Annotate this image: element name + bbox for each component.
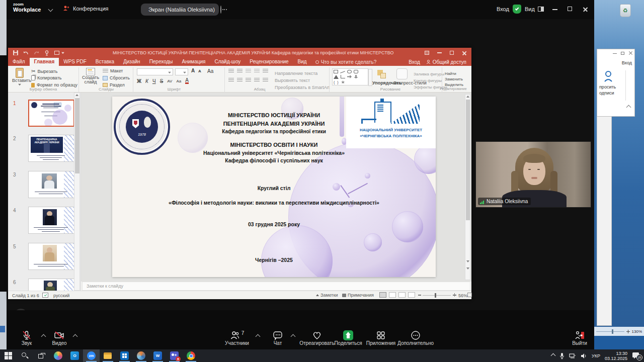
tab-design[interactable]: Дизайн xyxy=(119,58,145,66)
window-close-icon[interactable] xyxy=(583,7,588,12)
comments-toggle[interactable]: Примечания xyxy=(342,293,374,298)
background-zoom-control[interactable]: 130% xyxy=(594,327,644,336)
redo-icon[interactable] xyxy=(34,50,39,55)
share-button[interactable]: Поделиться xyxy=(331,330,366,346)
grow-font-button[interactable]: А xyxy=(191,68,195,73)
fit-slide-button[interactable] xyxy=(467,293,472,297)
line-spacing-button[interactable] xyxy=(263,69,268,73)
audio-options-icon[interactable] xyxy=(41,334,46,339)
notification-center-button[interactable]: 25 xyxy=(632,352,641,359)
slide-thumbnail-6[interactable] xyxy=(28,279,74,291)
bullets-button[interactable] xyxy=(228,69,234,73)
participant-video[interactable]: Nataliia Oleksiivna xyxy=(475,141,591,208)
taskbar-search-button[interactable] xyxy=(17,349,33,362)
undo-icon[interactable] xyxy=(23,50,29,55)
leave-button[interactable]: Выйти xyxy=(566,330,593,346)
recycle-bin-icon[interactable]: ♻ xyxy=(616,4,634,24)
tab-view[interactable]: Вид xyxy=(293,58,311,66)
tab-meeting[interactable]: Конференция xyxy=(63,5,108,12)
zoom-in-icon[interactable] xyxy=(626,330,630,333)
slideshow-button[interactable] xyxy=(408,292,415,298)
slide-editor[interactable]: 1978 НАЦІОНАЛЬНИЙ УНІВЕРСИТЕТ «ЧЕРНІГІВС… xyxy=(112,97,436,277)
chat-button[interactable]: Чат xyxy=(266,330,289,346)
slide-thumbnail-3[interactable] xyxy=(28,171,74,198)
taskbar-explorer[interactable] xyxy=(100,349,116,362)
pill-more-icon[interactable] xyxy=(220,6,221,14)
background-window-controls[interactable] xyxy=(613,51,632,55)
slide-thumbnail-4[interactable] xyxy=(28,207,74,234)
wps-close-icon[interactable] xyxy=(462,51,466,55)
close-icon[interactable] xyxy=(628,51,632,55)
tray-network-icon[interactable] xyxy=(569,353,576,359)
taskbar-word[interactable]: W xyxy=(149,349,166,362)
taskbar-outlook[interactable]: O xyxy=(66,349,83,362)
taskbar-store[interactable] xyxy=(116,349,133,362)
window-minimize-icon[interactable] xyxy=(552,9,557,10)
italic-button[interactable]: К xyxy=(145,78,148,84)
tray-expand-icon[interactable] xyxy=(551,353,556,358)
workspace-chevron-icon[interactable] xyxy=(48,7,53,12)
layout-button[interactable]: Макет xyxy=(103,68,123,73)
wps-signin-button[interactable]: Вход xyxy=(409,59,420,65)
change-case-button[interactable]: Aa xyxy=(176,79,181,83)
clear-format-button[interactable]: Aa xyxy=(207,68,213,74)
normal-view-button[interactable] xyxy=(379,292,386,298)
zoom-signin-button[interactable]: Вход xyxy=(497,6,509,12)
ui-mode-icon[interactable] xyxy=(54,51,65,55)
tab-insert[interactable]: Вставка xyxy=(91,58,119,66)
taskbar-teams[interactable]: 8 xyxy=(166,349,183,362)
reading-view-button[interactable] xyxy=(398,292,406,298)
chat-options-icon[interactable] xyxy=(291,334,296,339)
spellcheck-icon[interactable] xyxy=(42,293,48,298)
apps-button[interactable]: Приложения xyxy=(364,330,398,346)
language-indicator[interactable]: русский xyxy=(53,293,69,298)
font-color-button[interactable]: А xyxy=(185,78,189,84)
tell-me-box[interactable]: Что вы хотите сделать? xyxy=(311,58,381,66)
slide-thumbnail-1[interactable] xyxy=(28,100,74,127)
panel-scroll-thumb[interactable] xyxy=(75,98,79,173)
slide-sorter-button[interactable] xyxy=(389,292,396,298)
smartart-button[interactable]: Преобразовать в SmartArt xyxy=(275,82,330,91)
zoom-in-button[interactable] xyxy=(453,293,456,297)
align-right-button[interactable] xyxy=(246,78,251,82)
wps-tool-icon[interactable] xyxy=(44,50,49,56)
tray-language[interactable]: УКР xyxy=(592,353,600,358)
slide-thumbnail-2[interactable]: ПЕНІТЕНЦІАРНА АКАДЕМІЯ УКРАЇНИ xyxy=(28,135,74,162)
taskbar-copilot[interactable] xyxy=(50,349,66,362)
numbering-button[interactable] xyxy=(237,69,243,73)
shapes-scroll[interactable] xyxy=(368,69,372,86)
justify-button[interactable] xyxy=(254,78,260,82)
cut-button[interactable]: ✂Вырезать xyxy=(31,68,57,74)
strikethrough-button[interactable]: S xyxy=(160,78,164,84)
zoom-percentage[interactable]: 56% xyxy=(458,293,467,298)
tab-review[interactable]: Рецензирование xyxy=(245,58,293,66)
save-icon[interactable] xyxy=(13,50,18,55)
tray-clock[interactable]: 13:30 03.12.2025 xyxy=(605,351,627,361)
participants-button[interactable]: 7 Участники xyxy=(222,330,252,346)
zoom-slider[interactable] xyxy=(423,295,451,296)
request-signature-icon[interactable] xyxy=(603,70,614,82)
shapes-gallery[interactable]: {} xyxy=(332,68,368,85)
shrink-font-button[interactable]: А xyxy=(198,69,201,73)
bold-button[interactable]: Ж xyxy=(137,78,141,84)
panel-scroll-up-icon[interactable] xyxy=(75,94,78,96)
tab-animation[interactable]: Анимация xyxy=(178,58,210,66)
panel-scrollbar[interactable] xyxy=(74,93,80,291)
copy-button[interactable]: Копировать xyxy=(31,75,61,80)
reset-button[interactable]: Сбросить xyxy=(103,75,130,80)
canvas-scrollbar[interactable] xyxy=(465,94,470,280)
tab-slideshow[interactable]: Слайд-шоу xyxy=(210,58,245,66)
ribbon-collapse-icon[interactable] xyxy=(626,105,631,110)
outdent-button[interactable] xyxy=(246,69,251,73)
video-options-icon[interactable] xyxy=(73,334,78,339)
char-spacing-button[interactable]: AV xyxy=(167,79,172,83)
tab-file[interactable]: Файл xyxy=(8,58,30,66)
wps-minimize-icon[interactable] xyxy=(437,52,442,53)
font-name-combo[interactable] xyxy=(137,68,173,75)
taskbar-chrome[interactable] xyxy=(183,349,199,362)
zoom-view-button[interactable]: Вид xyxy=(525,6,535,12)
slide-thumbnail-5[interactable] xyxy=(28,243,74,270)
task-view-button[interactable] xyxy=(33,349,50,362)
indent-button[interactable] xyxy=(254,69,260,73)
new-slide-button[interactable]: Создать слайд xyxy=(82,68,100,84)
